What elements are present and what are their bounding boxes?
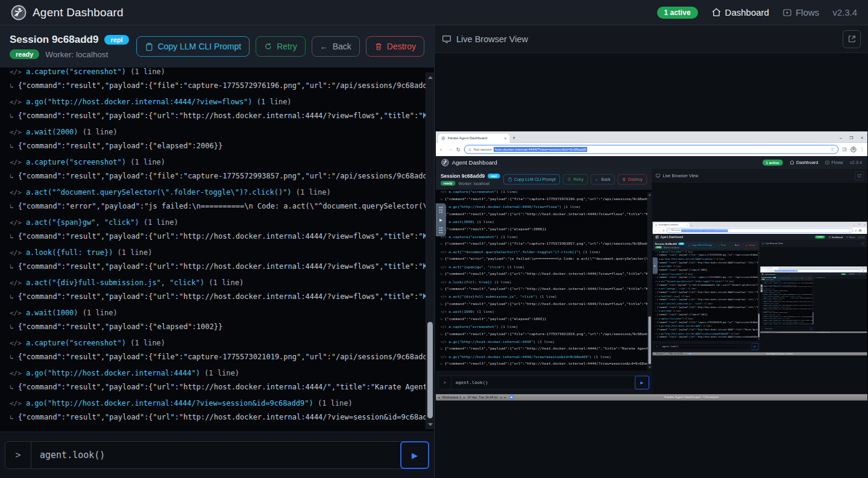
open-external-button[interactable]: [861, 241, 865, 245]
address-url-selected[interactable]: host.docker.internal:4444/?view=session&…: [494, 146, 587, 151]
address-url-selected[interactable]: host.docker.internal:4444/?view=session&…: [775, 270, 797, 271]
agent-overlay-handle[interactable]: ▶: [652, 257, 657, 273]
bookmark-star-icon[interactable]: ☆: [831, 146, 834, 151]
open-external-button[interactable]: [843, 30, 861, 48]
browser-tab[interactable]: Karate Agent Dashboard ×: [438, 133, 509, 142]
taskbar-right-icon[interactable]: ►: [777, 332, 778, 332]
back-button[interactable]: ← Back: [591, 174, 615, 184]
scrollbar-up-arrow[interactable]: [648, 192, 652, 196]
retry-button[interactable]: Retry: [256, 36, 305, 57]
address-bar[interactable]: ⚠ Not secure host.docker.internal:4444/?…: [464, 145, 838, 154]
browser-menu-icon[interactable]: ⋮: [863, 229, 866, 231]
run-command-button[interactable]: ▶: [400, 441, 429, 469]
run-command-button[interactable]: ▶: [810, 326, 813, 330]
run-command-button[interactable]: ▶: [752, 342, 759, 349]
nav-flows[interactable]: Flows: [782, 7, 819, 17]
browser-menu-icon[interactable]: ⋮: [860, 146, 864, 152]
chromium-icon[interactable]: [510, 395, 514, 399]
taskbar-right-icon[interactable]: ►: [504, 395, 506, 398]
taskbar-window-button[interactable]: Karate Agent Dashboard - Chromium: [693, 352, 866, 354]
window-minimize-button[interactable]: –: [860, 267, 861, 268]
tab-close-icon[interactable]: ×: [777, 267, 778, 268]
nav-flows[interactable]: Flows: [846, 235, 855, 237]
agent-overlay-handle[interactable]: ▶: [760, 284, 763, 292]
destroy-button[interactable]: Destroy: [618, 174, 647, 184]
profile-avatar[interactable]: [859, 228, 862, 231]
nav-dashboard[interactable]: Dashboard: [828, 235, 843, 237]
scrollbar-down-arrow[interactable]: [648, 365, 652, 369]
nav-flows[interactable]: Flows: [857, 273, 861, 274]
log-scrollbar[interactable]: [647, 192, 652, 369]
nav-dashboard[interactable]: Dashboard: [848, 273, 855, 274]
back-button[interactable]: ← Back: [799, 277, 805, 279]
browser-forward-icon[interactable]: →: [763, 269, 764, 271]
browser-back-icon[interactable]: ←: [439, 146, 444, 152]
scrollbar-thumb[interactable]: [649, 316, 651, 363]
new-tab-button[interactable]: +: [691, 223, 692, 226]
window-close-button[interactable]: ×: [864, 224, 865, 226]
browser-reload-icon[interactable]: ↻: [662, 228, 665, 231]
log-scrollbar[interactable]: [426, 72, 434, 429]
workspace-prev-icon[interactable]: ◄: [438, 395, 440, 398]
run-command-button[interactable]: ▶: [635, 376, 649, 389]
copy-llm-cli-prompt-button[interactable]: Copy LLM CLI Prompt: [503, 174, 560, 184]
open-external-button[interactable]: [864, 275, 866, 278]
repl-command-input[interactable]: [31, 442, 429, 468]
browser-menu-icon[interactable]: ⋮: [865, 269, 866, 271]
repl-command-input[interactable]: [764, 327, 813, 330]
repl-command-input[interactable]: [660, 343, 758, 350]
tab-close-icon[interactable]: ×: [687, 224, 688, 226]
copy-llm-cli-prompt-button[interactable]: Copy LLM CLI Prompt: [686, 242, 714, 247]
browser-reload-icon[interactable]: ↻: [456, 146, 461, 152]
scrollbar-down-arrow[interactable]: [426, 421, 434, 428]
browser-tab[interactable]: Karate Agent Dashboard ×: [653, 222, 689, 227]
back-button[interactable]: ← Back: [729, 242, 741, 247]
taskbar-right-icon[interactable]: ►: [687, 353, 688, 354]
new-tab-button[interactable]: +: [512, 135, 515, 141]
browser-tab[interactable]: Karate Agent Dashboard ×: [761, 266, 778, 269]
browser-forward-icon[interactable]: →: [658, 228, 661, 231]
window-close-button[interactable]: ×: [866, 267, 866, 268]
open-external-button[interactable]: [855, 171, 864, 180]
nav-flows[interactable]: Flows: [825, 160, 843, 165]
retry-button[interactable]: Retry: [563, 174, 588, 184]
address-bar[interactable]: ⚠ Not secure host.docker.internal:4444/?…: [667, 228, 853, 232]
scrollbar-thumb[interactable]: [758, 313, 760, 338]
window-restore-button[interactable]: ❐: [850, 136, 854, 140]
window-minimize-button[interactable]: –: [854, 224, 855, 226]
browser-forward-icon[interactable]: →: [447, 146, 452, 152]
browser-back-icon[interactable]: ←: [654, 228, 656, 231]
copy-llm-cli-prompt-button[interactable]: Copy LLM CLI Prompt: [777, 277, 791, 279]
new-tab-button[interactable]: +: [779, 267, 780, 268]
back-button[interactable]: ← Back: [312, 36, 360, 57]
address-url-selected[interactable]: host.docker.internal:4444/?view=session&…: [681, 229, 728, 231]
destroy-button[interactable]: Destroy: [743, 242, 757, 247]
tab-close-icon[interactable]: ×: [505, 136, 507, 140]
browser-reload-icon[interactable]: ↻: [766, 269, 767, 271]
retry-button[interactable]: Retry: [715, 242, 728, 247]
agent-overlay-handle[interactable]: ▶: [436, 203, 446, 236]
browser-back-icon[interactable]: ←: [761, 269, 762, 271]
profile-avatar[interactable]: [863, 269, 864, 271]
scrollbar-thumb[interactable]: [427, 322, 433, 418]
nav-dashboard[interactable]: Dashboard: [711, 7, 769, 17]
taskbar-left-icon[interactable]: ◄: [500, 395, 502, 398]
retry-button[interactable]: Retry: [791, 277, 797, 279]
address-bar[interactable]: ⚠ Not secure host.docker.internal:4444/?…: [767, 269, 860, 272]
nav-dashboard[interactable]: Dashboard: [790, 160, 819, 165]
copy-llm-cli-prompt-button[interactable]: Copy LLM CLI Prompt: [136, 36, 250, 57]
workspace-next-icon[interactable]: ►: [666, 353, 667, 354]
destroy-button[interactable]: Destroy: [805, 277, 813, 279]
side-panel-icon[interactable]: [842, 146, 847, 151]
repl-command-input[interactable]: [451, 376, 649, 389]
profile-avatar[interactable]: [851, 146, 856, 152]
chromium-icon[interactable]: [689, 352, 691, 354]
side-panel-icon[interactable]: [861, 270, 862, 271]
window-minimize-button[interactable]: –: [840, 136, 842, 140]
destroy-button[interactable]: Destroy: [366, 36, 424, 57]
workspace-prev-icon[interactable]: ◄: [653, 353, 655, 354]
window-restore-button[interactable]: ❐: [863, 267, 863, 268]
workspace-next-icon[interactable]: ►: [463, 395, 465, 398]
bookmark-star-icon[interactable]: ☆: [858, 270, 859, 271]
taskbar-left-icon[interactable]: ◄: [684, 353, 685, 354]
